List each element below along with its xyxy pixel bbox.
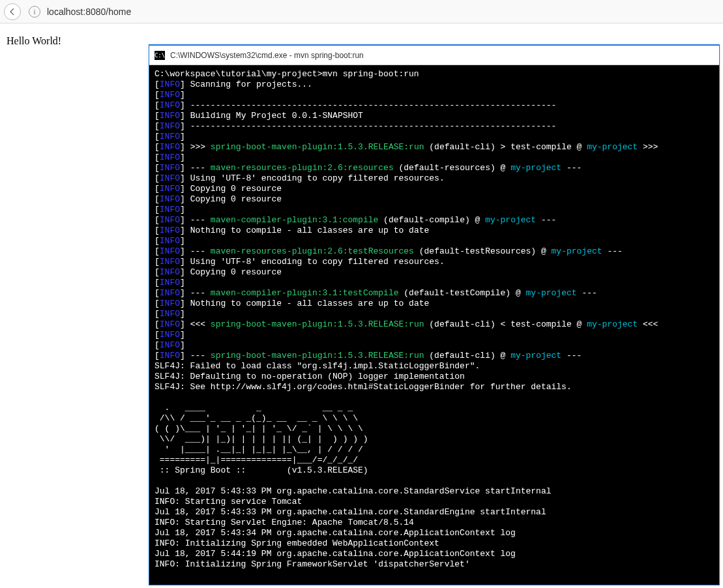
cmd-titlebar[interactable]: C:\ C:\WINDOWS\system32\cmd.exe - mvn sp… [149,46,719,65]
browser-toolbar: i localhost:8080/home [0,0,723,23]
hello-text: Hello World! [7,35,61,46]
cmd-line: C:\workspace\tutorial\my-project>mvn spr… [155,69,419,79]
spring-banner: . ____ _ __ _ _ /\\ / ___'_ __ _ _(_)_ _… [155,403,368,465]
cmd-title: C:\WINDOWS\system32\cmd.exe - mvn spring… [170,51,364,60]
site-info-icon[interactable]: i [29,6,40,18]
address-bar[interactable]: localhost:8080/home [47,7,131,17]
arrow-left-icon [8,7,17,16]
cmd-icon: C:\ [155,51,165,60]
cmd-window[interactable]: C:\ C:\WINDOWS\system32\cmd.exe - mvn sp… [149,44,720,585]
cmd-output: C:\workspace\tutorial\my-project>mvn spr… [149,65,719,585]
back-button[interactable] [4,3,21,20]
